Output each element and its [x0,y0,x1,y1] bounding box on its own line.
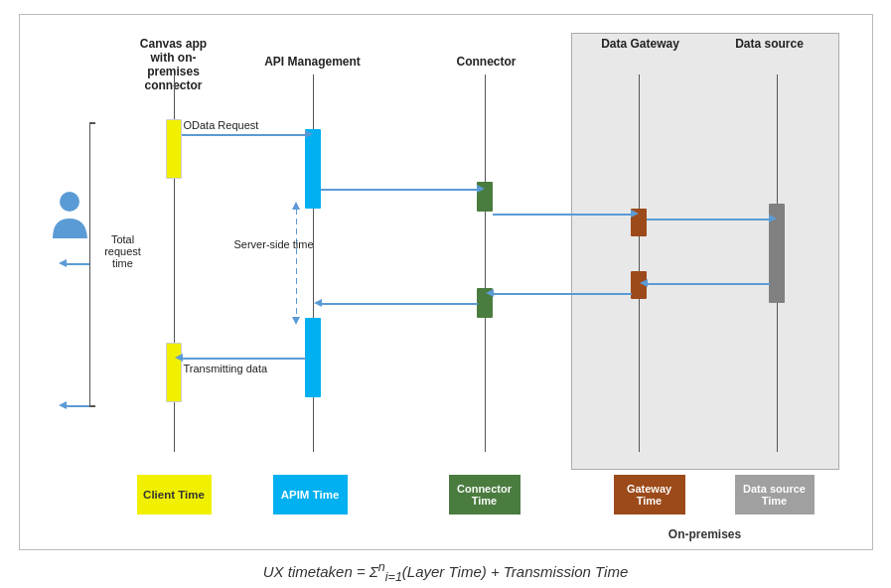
brace-bot-h [89,405,95,407]
v-arrow-apim-up [296,209,298,318]
on-premises-label: On-premises [571,527,839,541]
col-connector: Connector [447,55,526,69]
arrow-datasource-gateway-return [647,283,770,285]
formula-content: UX timetaken = Σni=1(Layer Time) + Trans… [263,563,629,580]
col-api-mgmt: API Management [263,55,363,69]
arrow-connector-apim-return [321,303,478,305]
arrow-gateway-datasource [647,219,770,220]
connector-time-box: ConnectorTime [449,475,520,514]
canvas-box-bottom [166,343,182,402]
arrow-apim-connector [321,189,478,191]
lifeline-connector [485,74,487,452]
apim-box-bottom [305,318,321,397]
label-odata-request: OData Request [184,119,259,131]
label-transmitting: Transmitting data [184,363,268,374]
arrow-gateway-connector-return [493,293,632,295]
apim-time-label: APIM Time [281,489,340,501]
datasource-time-box: Data sourceTime [735,475,815,514]
arrow-total-top [66,263,89,265]
apim-time-box: APIM Time [273,475,348,514]
arrow-transmit [182,358,306,360]
lifeline-gateway [639,74,641,452]
canvas-box-top [166,119,182,179]
label-total-request: Total request time [93,233,153,269]
label-server-side: Server-side time [234,238,314,250]
arrow-odata-request [182,134,306,136]
client-time-label: Client Time [143,489,205,501]
arrow-connector-gateway [493,214,632,216]
formula-text: UX timetaken = Σni=1(Layer Time) + Trans… [263,560,629,584]
svg-point-0 [60,192,79,212]
col-data-source: Data source [725,37,815,51]
gateway-time-box: GatewayTime [614,475,685,514]
brace-vert [89,122,91,405]
diagram-container: Canvas app with on-premises connector AP… [19,14,873,550]
client-time-box: Client Time [137,475,212,514]
connector-time-label: ConnectorTime [457,483,512,507]
apim-box-top [305,129,321,209]
col-data-gateway: Data Gateway [596,37,685,51]
gateway-time-label: GatewayTime [627,483,671,507]
arrow-total-bot [66,405,89,407]
person-icon [48,189,92,252]
on-premises-box [571,33,839,470]
datasource-time-label: Data sourceTime [743,483,806,507]
